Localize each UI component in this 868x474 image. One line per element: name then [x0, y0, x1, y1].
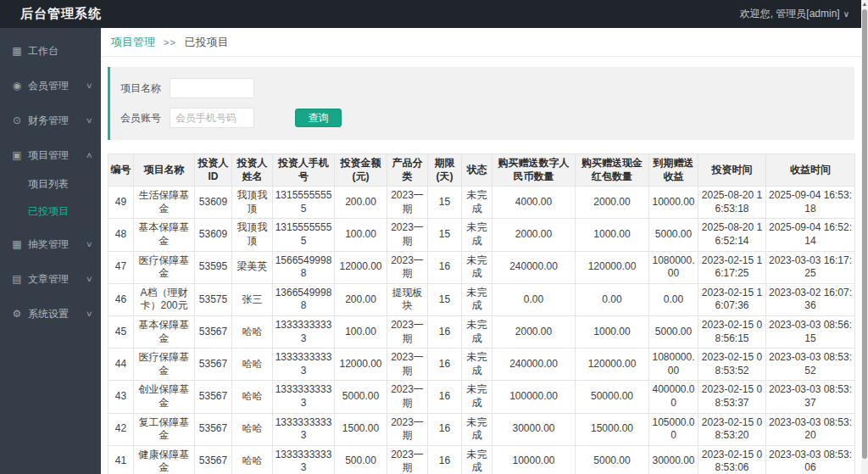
table-cell: 13333333333	[273, 445, 335, 474]
column-header: 编号	[108, 154, 134, 187]
article-icon: ▤	[10, 273, 24, 285]
table-cell: 13333333333	[273, 349, 335, 381]
table-cell: 哈哈	[232, 349, 273, 381]
table-cell: 2023-02-15 16:17:25	[698, 251, 766, 283]
lottery-icon: ▦	[10, 238, 24, 250]
sidebar-item-财务管理[interactable]: ⊙财务管理∨	[0, 109, 101, 132]
table-cell: 未完成	[462, 349, 492, 381]
sidebar-item-label: 会员管理	[28, 79, 86, 93]
table-cell: 2023一期	[387, 349, 428, 381]
table-cell: 未完成	[462, 283, 492, 315]
sidebar-item-会员管理[interactable]: ◉会员管理∨	[0, 74, 101, 98]
table-cell: 2023一期	[387, 251, 428, 283]
sidebar-item-文章管理[interactable]: ▤文章管理∨	[0, 267, 101, 291]
sidebar-item-项目管理[interactable]: ▣项目管理∧	[0, 143, 101, 167]
table-cell: 提现板块	[387, 283, 428, 315]
table-cell: 15000.00	[576, 413, 649, 445]
table-cell: 2000.00	[492, 219, 576, 251]
vertical-scrollbar[interactable]: ▲	[861, 0, 868, 474]
table-cell: 13333333333	[273, 381, 335, 413]
sidebar: ▦工作台◉会员管理∨⊙财务管理∨▣项目管理∧项目列表已投项目▦抽奖管理∨▤文章管…	[0, 28, 101, 474]
table-row: 49生活保障基金53609我顶我顶13155555555200.002023一期…	[108, 187, 855, 219]
table-cell: 240000.00	[492, 251, 576, 283]
table-cell: 1000.00	[576, 219, 649, 251]
column-header: 项目名称	[134, 154, 195, 187]
table-cell: 12000.00	[335, 349, 387, 381]
table-cell: 医疗保障基金	[134, 349, 195, 381]
column-header: 期限(天)	[428, 154, 462, 187]
sidebar-item-系统设置[interactable]: ⚙系统设置∨	[0, 302, 101, 326]
table-cell: 13333333333	[273, 315, 335, 348]
table-cell: 10000.00	[649, 187, 698, 219]
table-cell: 复工保障基金	[134, 413, 195, 445]
column-header: 投资人手机号	[273, 154, 335, 187]
chevron-down-icon: ∨	[843, 9, 849, 19]
table-cell: 2023一期	[387, 413, 428, 445]
table-cell: 2025-09-04 16:52:14	[766, 219, 855, 251]
table-cell: 46	[108, 283, 134, 315]
table-cell: 2023一期	[387, 381, 428, 413]
chevron-down-icon: ∨	[86, 309, 93, 318]
breadcrumb-current: 已投项目	[185, 35, 229, 50]
project-name-input[interactable]	[170, 78, 254, 98]
sidebar-item-label: 系统设置	[28, 307, 86, 321]
screen: 后台管理系统 欢迎您, 管理员[admin] ∨ ▦工作台◉会员管理∨⊙财务管理…	[0, 0, 868, 474]
table-cell: 1080000.00	[649, 349, 698, 381]
table-cell: 400000.00	[649, 381, 698, 413]
table-cell: 15	[428, 283, 462, 315]
search-button[interactable]: 查询	[295, 109, 342, 127]
table-cell: 梁美英	[232, 251, 273, 283]
table-cell: 53567	[195, 445, 232, 474]
table-cell: 53609	[195, 187, 232, 219]
table-cell: A档（理财卡）200元	[134, 283, 195, 315]
table-cell: 未完成	[462, 413, 492, 445]
sidebar-item-工作台[interactable]: ▦工作台	[0, 39, 101, 63]
table-row: 44医疗保障基金53567哈哈1333333333312000.002023一期…	[108, 349, 855, 381]
table-cell: 16	[428, 445, 462, 474]
column-header: 投资人ID	[195, 154, 232, 187]
table-cell: 44	[108, 349, 134, 381]
table-cell: 120000.00	[576, 251, 649, 283]
table-cell: 1000.00	[576, 315, 649, 348]
sidebar-item-抽奖管理[interactable]: ▦抽奖管理∨	[0, 232, 101, 256]
table-cell: 未完成	[462, 219, 492, 251]
sidebar-item-label: 抽奖管理	[28, 237, 86, 252]
project-icon: ▣	[10, 149, 24, 161]
table-cell: 53567	[195, 381, 232, 413]
table-cell: 2023-03-02 16:07:36	[766, 283, 855, 315]
table-cell: 100000.00	[492, 381, 576, 413]
sidebar-subitem-已投项目[interactable]: 已投项目	[0, 201, 101, 221]
user-menu[interactable]: 欢迎您, 管理员[admin] ∨	[740, 7, 868, 21]
table-cell: 5000.00	[649, 219, 698, 251]
project-name-label: 项目名称	[120, 81, 170, 96]
table-cell: 2023一期	[387, 187, 428, 219]
table-cell: 30000.00	[492, 413, 576, 445]
table-cell: 49	[108, 187, 134, 219]
sidebar-subitem-项目列表[interactable]: 项目列表	[0, 174, 101, 194]
column-header: 投资时间	[698, 154, 766, 187]
column-header: 状态	[462, 154, 492, 187]
table-cell: 未完成	[462, 445, 492, 474]
table-cell: 105000.00	[649, 413, 698, 445]
table-cell: 0.00	[649, 283, 698, 315]
table-cell: 张三	[232, 283, 273, 315]
scrollbar-thumb[interactable]	[862, 9, 867, 459]
chevron-down-icon: ∨	[86, 275, 93, 283]
table-cell: 我顶我顶	[232, 219, 273, 251]
column-header: 投资人姓名	[232, 154, 273, 187]
scroll-up-arrow-icon[interactable]: ▲	[861, 0, 868, 8]
table-cell: 16	[428, 251, 462, 283]
table-cell: 13155555555	[273, 219, 335, 251]
breadcrumb-parent-link[interactable]: 项目管理	[111, 35, 155, 50]
table-cell: 2023-03-03 08:53:52	[766, 349, 855, 381]
member-account-input[interactable]	[170, 108, 254, 128]
table-cell: 53595	[195, 251, 232, 283]
main-content: 项目管理 >> 已投项目 项目名称 会员账号 查询 编号项目名称投资人ID投资人…	[101, 28, 861, 474]
table-cell: 2023-03-03 08:53:06	[766, 445, 855, 474]
column-header: 投资金额(元)	[335, 154, 387, 187]
table-cell: 基本保障基金	[134, 219, 195, 251]
table-cell: 2025-08-20 16:53:18	[698, 187, 766, 219]
column-header: 产品分类	[387, 154, 428, 187]
table-cell: 15665499988	[273, 251, 335, 283]
table-cell: 5000.00	[335, 381, 387, 413]
